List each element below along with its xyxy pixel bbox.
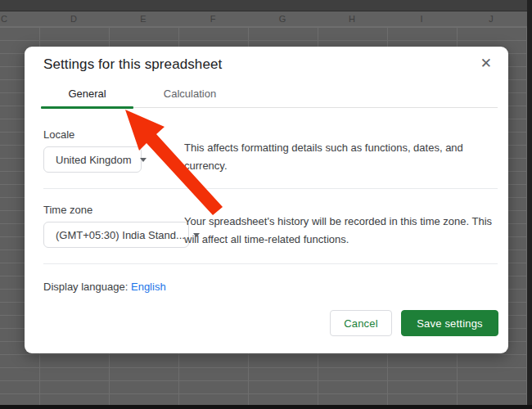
dialog-footer: Cancel Save settings [330,310,498,336]
page-title: Settings for this spreadsheet [43,56,222,73]
section-divider [43,263,498,264]
dimmed-right-edge [527,0,532,409]
column-header: I [409,14,434,24]
column-header: J [479,14,503,24]
tab-label: Calculation [164,88,216,100]
tab-calculation[interactable]: Calculation [133,88,246,108]
dimmed-bottom-edge [0,405,532,409]
tab-strip: General Calculation [41,88,498,108]
column-header: H [340,14,364,24]
timezone-dropdown[interactable]: (GMT+05:30) India Stand... [43,222,189,248]
column-header: D [61,14,86,24]
column-header-row: C D E F G H I J [0,11,532,27]
display-language-link[interactable]: English [131,281,166,293]
section-divider [43,188,498,189]
spreadsheet-settings-dialog: Settings for this spreadsheet ✕ General … [25,47,508,353]
timezone-dropdown-value: (GMT+05:30) India Stand... [56,229,185,241]
column-header: G [270,14,295,24]
tab-general[interactable]: General [41,88,133,108]
dimmed-toolbar-strip [0,0,532,11]
cancel-button[interactable]: Cancel [330,310,392,336]
display-language-label: Display language: [43,281,128,293]
save-settings-button[interactable]: Save settings [401,310,498,336]
close-icon[interactable]: ✕ [477,55,495,72]
locale-dropdown[interactable]: United Kingdom [43,146,142,173]
tab-label: General [68,88,106,100]
locale-label: Locale [43,128,74,141]
locale-description: This affects formatting details such as … [184,139,497,175]
locale-dropdown-value: United Kingdom [56,154,132,166]
column-header: E [131,14,156,24]
column-header: F [201,14,225,24]
display-language-row: Display language: English [43,281,166,293]
timezone-label: Time zone [43,204,92,216]
column-header: C [0,14,16,24]
timezone-description: Your spreadsheet's history will be recor… [184,213,497,249]
chevron-down-icon [140,158,147,162]
